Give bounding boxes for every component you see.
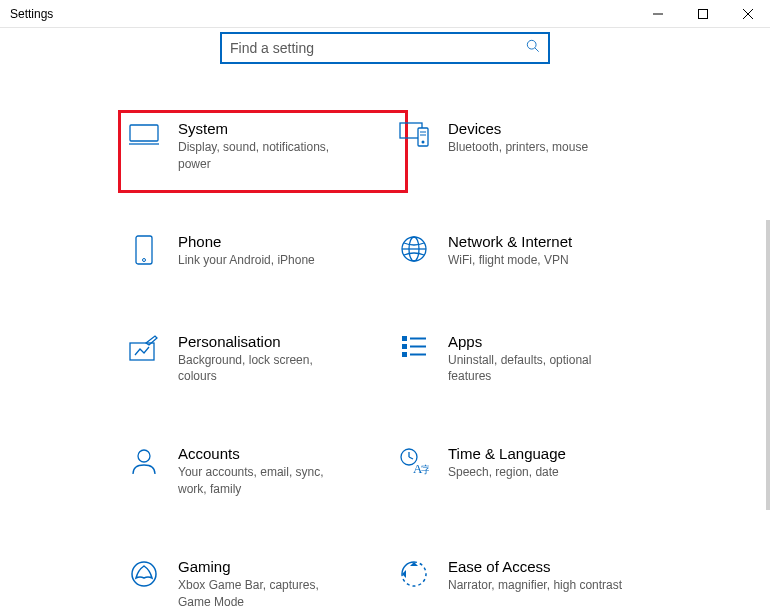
category-subtitle: Background, lock screen, colours: [178, 352, 353, 386]
titlebar: Settings: [0, 0, 770, 28]
category-system[interactable]: System Display, sound, notifications, po…: [118, 110, 408, 193]
system-icon: [128, 120, 160, 160]
gaming-icon: [128, 558, 160, 598]
category-apps[interactable]: Apps Uninstall, defaults, optional featu…: [398, 333, 668, 386]
svg-line-28: [409, 457, 413, 459]
minimize-button[interactable]: [635, 0, 680, 28]
close-button[interactable]: [725, 0, 770, 28]
category-subtitle: Uninstall, defaults, optional features: [448, 352, 623, 386]
svg-rect-20: [402, 344, 407, 349]
category-subtitle: Speech, region, date: [448, 464, 566, 481]
category-title: Accounts: [178, 445, 353, 462]
category-ease-of-access[interactable]: Ease of Access Narrator, magnifier, high…: [398, 558, 668, 609]
svg-rect-6: [130, 125, 158, 141]
svg-point-4: [527, 40, 536, 49]
search-input[interactable]: [230, 40, 526, 56]
svg-rect-19: [402, 336, 407, 341]
svg-text:字: 字: [421, 464, 429, 475]
category-devices[interactable]: Devices Bluetooth, printers, mouse: [398, 120, 668, 173]
search-icon: [526, 39, 540, 57]
accounts-icon: [128, 445, 160, 485]
window-controls: [635, 0, 770, 28]
category-subtitle: Narrator, magnifier, high contrast: [448, 577, 622, 594]
category-gaming[interactable]: Gaming Xbox Game Bar, captures, Game Mod…: [128, 558, 398, 609]
svg-rect-21: [402, 352, 407, 357]
svg-rect-1: [698, 9, 707, 18]
category-title: Network & Internet: [448, 233, 572, 250]
apps-icon: [398, 333, 430, 373]
category-subtitle: WiFi, flight mode, VPN: [448, 252, 572, 269]
svg-point-10: [422, 141, 425, 144]
category-title: Devices: [448, 120, 588, 137]
category-title: Phone: [178, 233, 315, 250]
category-title: Gaming: [178, 558, 353, 575]
maximize-button[interactable]: [680, 0, 725, 28]
category-title: Apps: [448, 333, 623, 350]
content: System Display, sound, notifications, po…: [0, 28, 770, 609]
category-time-language[interactable]: A字 Time & Language Speech, region, date: [398, 445, 668, 498]
search-wrap: [0, 32, 770, 64]
svg-point-25: [138, 450, 150, 462]
category-subtitle: Display, sound, notifications, power: [178, 139, 353, 173]
scrollbar[interactable]: [766, 220, 770, 510]
time-language-icon: A字: [398, 445, 430, 485]
category-personalisation[interactable]: Personalisation Background, lock screen,…: [128, 333, 398, 386]
personalisation-icon: [128, 333, 160, 373]
devices-icon: [398, 120, 430, 160]
category-title: Personalisation: [178, 333, 353, 350]
category-subtitle: Link your Android, iPhone: [178, 252, 315, 269]
category-subtitle: Your accounts, email, sync, work, family: [178, 464, 353, 498]
category-title: System: [178, 120, 353, 137]
category-subtitle: Xbox Game Bar, captures, Game Mode: [178, 577, 353, 609]
ease-of-access-icon: [398, 558, 430, 598]
category-title: Time & Language: [448, 445, 566, 462]
svg-point-14: [143, 258, 146, 261]
network-icon: [398, 233, 430, 273]
category-subtitle: Bluetooth, printers, mouse: [448, 139, 588, 156]
svg-line-5: [535, 48, 539, 52]
settings-grid: System Display, sound, notifications, po…: [0, 120, 770, 609]
category-accounts[interactable]: Accounts Your accounts, email, sync, wor…: [128, 445, 398, 498]
window-title: Settings: [10, 7, 53, 21]
search-box[interactable]: [220, 32, 550, 64]
category-title: Ease of Access: [448, 558, 622, 575]
svg-rect-13: [136, 236, 152, 264]
category-phone[interactable]: Phone Link your Android, iPhone: [128, 233, 398, 273]
phone-icon: [128, 233, 160, 273]
category-network[interactable]: Network & Internet WiFi, flight mode, VP…: [398, 233, 668, 273]
